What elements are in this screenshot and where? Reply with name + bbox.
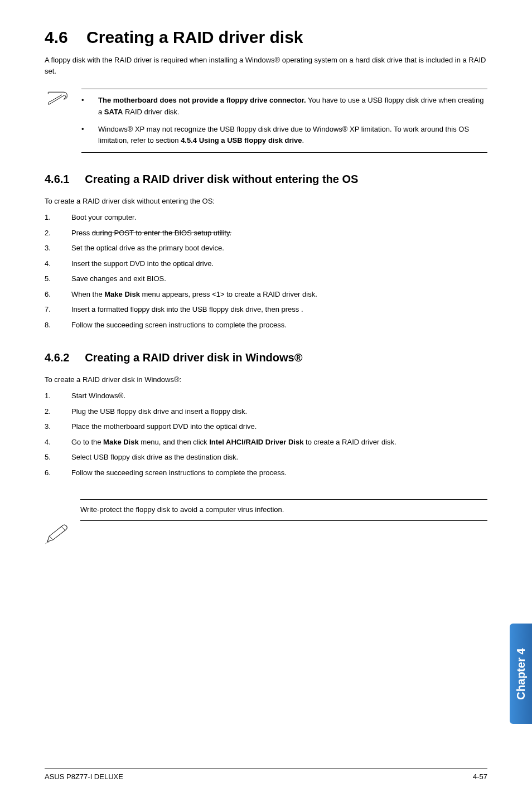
list-item: 3.Set the optical drive as the primary b… xyxy=(45,243,487,254)
step-number: 8. xyxy=(45,320,71,331)
step-text: Set the optical drive as the primary boo… xyxy=(71,243,487,254)
note-icon xyxy=(45,499,76,547)
list-item: 3.Place the motherboard support DVD into… xyxy=(45,421,487,432)
list-item: 1.Start Windows®. xyxy=(45,390,487,402)
bullet: • xyxy=(81,95,98,118)
chapter-side-tab: Chapter 4 xyxy=(510,624,532,724)
list-item: 5.Select USB floppy disk drive as the de… xyxy=(45,452,487,463)
list-item: 4.Insert the support DVD into the optica… xyxy=(45,258,487,269)
note-text: The motherboard does not provide a flopp… xyxy=(98,95,487,118)
step-text: Save changes and exit BIOS. xyxy=(71,273,487,284)
subsection-number: 4.6.2 xyxy=(45,351,69,364)
step-number: 5. xyxy=(45,452,71,463)
subsection-title: 4.6.2 Creating a RAID driver disk in Win… xyxy=(45,351,487,364)
step-text: Insert the support DVD into the optical … xyxy=(71,258,487,269)
step-text: Place the motherboard support DVD into t… xyxy=(71,421,487,432)
note-block-2: Write-protect the floppy disk to avoid a… xyxy=(45,499,487,547)
step-number: 1. xyxy=(45,390,71,402)
steps-list-2: 1.Start Windows®.2.Plug the USB floppy d… xyxy=(45,390,487,478)
subsection-2: 4.6.2 Creating a RAID driver disk in Win… xyxy=(45,351,487,478)
step-text: Press during POST to enter the BIOS setu… xyxy=(71,228,487,239)
section-title: 4.6 Creating a RAID driver disk xyxy=(45,28,487,47)
list-item: 6.When the Make Disk menu appears, press… xyxy=(45,289,487,300)
list-item: 1.Boot your computer. xyxy=(45,212,487,223)
subsection-lead: To create a RAID driver disk in Windows®… xyxy=(45,375,487,384)
step-number: 4. xyxy=(45,258,71,269)
subsection-1: 4.6.1 Creating a RAID driver disk withou… xyxy=(45,173,487,330)
bullet: • xyxy=(81,124,98,147)
step-text: Start Windows®. xyxy=(71,390,487,402)
note-text: Windows® XP may not recognize the USB fl… xyxy=(98,124,487,147)
subsection-number: 4.6.1 xyxy=(45,173,69,185)
note-content-2: Write-protect the floppy disk to avoid a… xyxy=(80,499,487,521)
scroll-icon xyxy=(46,91,68,108)
step-text: Go to the Make Disk menu, and then click… xyxy=(71,437,487,448)
chapter-tab-label: Chapter 4 xyxy=(515,648,528,699)
step-number: 5. xyxy=(45,273,71,284)
note-icon xyxy=(46,89,77,110)
step-text: When the Make Disk menu appears, press <… xyxy=(71,289,487,300)
subsection-heading: Creating a RAID driver disk in Windows® xyxy=(85,351,302,364)
step-text: Follow the succeeding screen instruction… xyxy=(71,467,487,479)
section-number: 4.6 xyxy=(45,28,68,46)
section-intro: A floppy disk with the RAID driver is re… xyxy=(45,55,487,76)
step-number: 4. xyxy=(45,437,71,448)
step-text: Plug the USB floppy disk drive and inser… xyxy=(71,406,487,417)
svg-line-0 xyxy=(49,536,53,540)
list-item: 6.Follow the succeeding screen instructi… xyxy=(45,467,487,479)
list-item: 2.Plug the USB floppy disk drive and ins… xyxy=(45,406,487,417)
footer-left: ASUS P8Z77-I DELUXE xyxy=(45,772,123,781)
list-item: 8.Follow the succeeding screen instructi… xyxy=(45,320,487,331)
step-number: 2. xyxy=(45,228,71,239)
subsection-heading: Creating a RAID driver disk without ente… xyxy=(85,173,358,185)
svg-line-1 xyxy=(61,527,65,531)
step-text: Insert a formatted floppy disk into the … xyxy=(71,304,487,315)
pencil-icon xyxy=(45,523,68,545)
step-text: Follow the succeeding screen instruction… xyxy=(71,320,487,331)
note-block-1: • The motherboard does not provide a flo… xyxy=(45,89,487,153)
step-text: Select USB floppy disk drive as the dest… xyxy=(71,452,487,463)
note-item: • The motherboard does not provide a flo… xyxy=(81,95,487,118)
step-number: 6. xyxy=(45,289,71,300)
step-text: Boot your computer. xyxy=(71,212,487,223)
note-item: • Windows® XP may not recognize the USB … xyxy=(81,124,487,147)
note-content-1: • The motherboard does not provide a flo… xyxy=(81,89,487,153)
steps-list-1: 1.Boot your computer.2.Press during POST… xyxy=(45,212,487,330)
section-heading: Creating a RAID driver disk xyxy=(86,28,303,46)
page-footer: ASUS P8Z77-I DELUXE 4-57 xyxy=(45,769,487,781)
step-number: 3. xyxy=(45,421,71,432)
list-item: 7.Insert a formatted floppy disk into th… xyxy=(45,304,487,315)
footer-right: 4-57 xyxy=(473,772,487,781)
subsection-title: 4.6.1 Creating a RAID driver disk withou… xyxy=(45,173,487,186)
step-number: 6. xyxy=(45,467,71,479)
subsection-lead: To create a RAID driver disk without ent… xyxy=(45,197,487,205)
step-number: 3. xyxy=(45,243,71,254)
step-number: 7. xyxy=(45,304,71,315)
list-item: 2.Press during POST to enter the BIOS se… xyxy=(45,228,487,239)
list-item: 5.Save changes and exit BIOS. xyxy=(45,273,487,284)
list-item: 4.Go to the Make Disk menu, and then cli… xyxy=(45,437,487,448)
step-number: 1. xyxy=(45,212,71,223)
step-number: 2. xyxy=(45,406,71,417)
